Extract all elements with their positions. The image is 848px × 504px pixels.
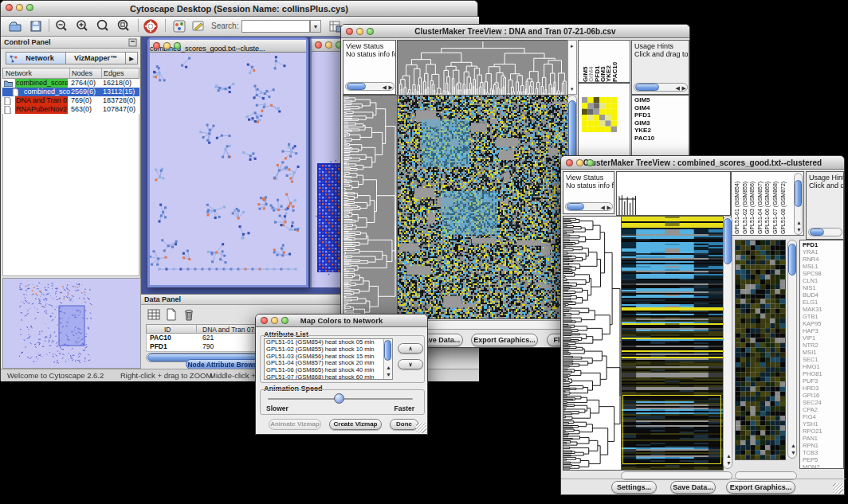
network-tree-row[interactable]: combined_sco2569(6)13112(15) — [2, 88, 139, 96]
node-attributes-icon[interactable] — [171, 18, 187, 34]
tv2-export-graphics-button[interactable]: Export Graphics... — [726, 481, 795, 494]
tab-network[interactable]: Network — [6, 52, 66, 64]
tv2-gene-label[interactable]: MSI1 — [803, 349, 844, 356]
zoom-in-icon[interactable] — [74, 18, 90, 34]
tv2-gene-label[interactable]: BUD4 — [803, 291, 844, 299]
tv1-row-label[interactable]: GIM4 — [634, 104, 689, 112]
tv1-hints-hscrollbar[interactable]: ◀▶ — [634, 83, 688, 92]
tv2-gene-label[interactable]: PEP5 — [803, 456, 844, 463]
tv1-heatmap[interactable] — [397, 95, 568, 319]
tv1-column-dendrogram[interactable] — [397, 40, 568, 96]
main-titlebar[interactable]: Cytoscape Desktop (Session Name: collins… — [1, 1, 477, 17]
network-tree-row[interactable]: DNA and Tran 07769(0)183728(0) — [2, 96, 139, 105]
tab-vizmapper[interactable]: VizMapper™ — [65, 52, 126, 64]
save-icon[interactable] — [28, 18, 44, 34]
col-header-nodes[interactable]: Nodes — [72, 69, 92, 77]
tv2-column-dendrogram[interactable] — [616, 171, 731, 216]
tv2-gene-label[interactable]: CLN1 — [803, 277, 844, 284]
tv2-gene-label[interactable]: GPI16 — [803, 392, 844, 399]
tv1-row-dendrogram[interactable] — [343, 95, 398, 319]
col-header-network[interactable]: Network — [6, 69, 32, 77]
tv2-gene-label[interactable]: PAN1 — [803, 435, 844, 442]
tv2-row-dendrogram[interactable] — [563, 216, 622, 471]
move-down-button[interactable]: ∨ — [398, 359, 423, 369]
attribute-list-vscrollbar[interactable]: ▲▼ — [383, 339, 392, 379]
tv2-gene-label[interactable]: HAP3 — [803, 327, 844, 334]
search-dropdown-button[interactable]: ▼ — [310, 20, 321, 33]
tv2-status-hscrollbar[interactable]: ◀▶ — [565, 202, 613, 211]
tv2-gene-label[interactable]: PHO81 — [803, 370, 844, 377]
attribute-item[interactable]: GPL51-04 (GSM857) heat shock 20 min — [266, 360, 384, 367]
tv2-zoom-vscrollbar[interactable]: ▲▼ — [787, 240, 797, 459]
tv2-gene-label[interactable]: PUF3 — [803, 377, 844, 385]
tv2-column-label[interactable]: GPL51-06 (GSM865) — [764, 174, 770, 234]
tv2-gene-label[interactable]: FIG4 — [803, 413, 844, 420]
zoom-button[interactable] — [587, 159, 594, 166]
tv1-status-hscrollbar[interactable]: ◀▶ — [345, 82, 395, 91]
minimize-button[interactable] — [576, 159, 583, 166]
animate-vizmap-button[interactable]: Animate Vizmap — [269, 419, 321, 430]
tv2-gene-label[interactable]: RNR4 — [803, 256, 844, 263]
close-button[interactable] — [261, 317, 268, 324]
annotation-icon[interactable] — [190, 18, 206, 34]
tv2-gene-label[interactable]: SEC24 — [803, 399, 844, 406]
network-tree-row[interactable]: combined_scores2764(0)16218(0) — [2, 79, 139, 88]
network-view-canvas[interactable] — [150, 53, 306, 285]
tv2-titlebar[interactable]: ClusterMaker TreeView : combined_scores_… — [561, 156, 844, 170]
attribute-list[interactable]: GPL51-01 (GSM854) heat shock 05 minGPL51… — [264, 338, 393, 380]
tv2-gene-label[interactable]: PFD1 — [803, 241, 844, 248]
zoom-button[interactable] — [26, 4, 33, 11]
dialog-resize-grip[interactable] — [416, 423, 426, 433]
close-button[interactable] — [6, 4, 13, 11]
tv2-gene-label[interactable]: MSL1 — [803, 263, 844, 270]
zoom-button[interactable] — [281, 317, 289, 324]
tv2-heatmap-vscrollbar[interactable]: ▲▼ — [723, 216, 732, 469]
tv2-collabels-vscrollbar[interactable]: ▲▼ — [794, 173, 803, 235]
help-lifesaver-icon[interactable] — [143, 18, 159, 34]
tv2-gene-label[interactable]: VIP1 — [803, 334, 844, 342]
attribute-item[interactable]: GPL51-01 (GSM854) heat shock 05 min — [266, 339, 384, 346]
network-tree-row[interactable]: RNAPuberNov2+563(0)107847(0) — [2, 105, 139, 114]
tv2-save-data-button[interactable]: Save Data... — [670, 481, 716, 494]
open-file-icon[interactable] — [7, 18, 23, 34]
tv2-gene-label[interactable]: CPA2 — [803, 406, 844, 413]
tv2-gene-label[interactable]: SPC98 — [803, 270, 844, 277]
create-vizmap-button[interactable]: Create Vizmap — [329, 419, 382, 430]
tv2-column-label[interactable]: GPL51-01 (GSM854) — [734, 174, 740, 234]
network-table-header[interactable]: Network Nodes Edges — [2, 68, 139, 79]
tv2-column-label[interactable]: GPL51-02 (GSM855) — [742, 174, 748, 234]
tv2-gene-label[interactable]: RPN1 — [803, 442, 844, 449]
attribute-item[interactable]: GPL51-03 (GSM856) heat shock 15 min — [266, 354, 384, 361]
tv1-row-label[interactable]: YKE2 — [634, 127, 689, 135]
attribute-item[interactable]: GPL51-07 (GSM868) heat shock 60 min — [266, 374, 384, 380]
tv2-gene-label[interactable]: MON2 — [803, 463, 844, 469]
minimize-button[interactable] — [356, 28, 363, 35]
tv2-resize-grip[interactable] — [833, 483, 843, 494]
minimize-button[interactable] — [271, 317, 278, 324]
float-panel-icon[interactable] — [128, 38, 137, 47]
network-tree-empty-area[interactable] — [2, 114, 139, 276]
zoom-selected-icon[interactable] — [116, 18, 132, 34]
done-button[interactable]: Done — [390, 419, 418, 430]
tv2-gene-label[interactable]: YSH1 — [803, 420, 844, 428]
tv2-heatmap[interactable] — [621, 216, 724, 471]
col-header-edges[interactable]: Edges — [104, 69, 124, 77]
tv1-column-label[interactable]: PAC10 — [611, 42, 618, 82]
tv2-gene-label[interactable]: TCB3 — [803, 449, 844, 456]
tv2-zoom-heatmap[interactable] — [735, 240, 786, 460]
tv1-row-label[interactable]: GIM5 — [634, 96, 689, 104]
zoom-out-icon[interactable] — [53, 18, 69, 34]
close-button[interactable] — [153, 42, 160, 49]
tv2-column-label[interactable]: GPL51-03 (GSM856) — [749, 174, 755, 234]
zoom-button[interactable] — [367, 28, 374, 35]
dialog-titlebar[interactable]: Map Colors to Network — [256, 315, 427, 327]
tv2-gene-label[interactable]: YRA1 — [803, 248, 844, 256]
tv1-row-label[interactable]: PAC10 — [634, 135, 689, 143]
tv2-hints-hscrollbar[interactable] — [808, 228, 842, 236]
tv1-export-graphics-button[interactable]: Export Graphics... — [471, 334, 538, 346]
tv2-column-label[interactable]: GPL51-04 (GSM857) — [757, 174, 763, 234]
tv2-gene-label[interactable]: NIS1 — [803, 284, 844, 291]
tv1-similarity-matrix[interactable] — [582, 96, 617, 132]
search-input[interactable] — [241, 20, 310, 33]
move-up-button[interactable]: ∧ — [398, 343, 423, 354]
